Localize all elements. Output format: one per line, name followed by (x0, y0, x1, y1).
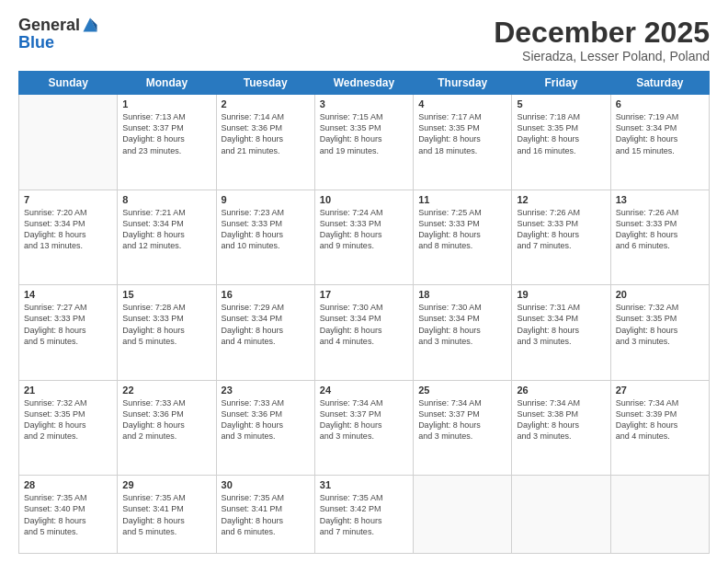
day-number: 31 (320, 479, 408, 490)
cell-content: Sunrise: 7:34 AM Sunset: 3:38 PM Dayligh… (517, 397, 605, 442)
cell-content: Sunrise: 7:29 AM Sunset: 3:34 PM Dayligh… (222, 302, 310, 347)
calendar-day-header: Friday (512, 72, 610, 95)
cell-content: Sunrise: 7:33 AM Sunset: 3:36 PM Dayligh… (122, 397, 210, 442)
day-number: 6 (616, 98, 704, 109)
cell-content: Sunrise: 7:27 AM Sunset: 3:33 PM Dayligh… (24, 302, 112, 347)
calendar-cell: 19Sunrise: 7:31 AM Sunset: 3:34 PM Dayli… (512, 285, 610, 381)
calendar-day-header: Sunday (19, 72, 118, 95)
day-number: 7 (24, 194, 112, 205)
cell-content: Sunrise: 7:21 AM Sunset: 3:34 PM Dayligh… (122, 207, 210, 252)
calendar-cell: 11Sunrise: 7:25 AM Sunset: 3:33 PM Dayli… (414, 190, 512, 285)
calendar-cell: 27Sunrise: 7:34 AM Sunset: 3:39 PM Dayli… (610, 380, 709, 476)
day-number: 27 (616, 385, 704, 396)
cell-content: Sunrise: 7:34 AM Sunset: 3:39 PM Dayligh… (616, 397, 704, 442)
calendar-week-row: 7Sunrise: 7:20 AM Sunset: 3:34 PM Daylig… (19, 190, 710, 285)
day-number: 26 (517, 385, 605, 396)
calendar-cell: 4Sunrise: 7:17 AM Sunset: 3:35 PM Daylig… (414, 95, 512, 190)
title-block: December 2025 Sieradza, Lesser Poland, P… (494, 17, 710, 63)
cell-content: Sunrise: 7:13 AM Sunset: 3:37 PM Dayligh… (122, 111, 210, 156)
calendar-cell: 29Sunrise: 7:35 AM Sunset: 3:41 PM Dayli… (118, 476, 216, 554)
logo: General Blue (18, 17, 98, 52)
cell-content: Sunrise: 7:33 AM Sunset: 3:36 PM Dayligh… (222, 397, 310, 442)
cell-content: Sunrise: 7:35 AM Sunset: 3:40 PM Dayligh… (24, 492, 112, 537)
calendar-table: SundayMondayTuesdayWednesdayThursdayFrid… (18, 71, 710, 554)
calendar-cell: 1Sunrise: 7:13 AM Sunset: 3:37 PM Daylig… (118, 95, 216, 190)
calendar-cell: 14Sunrise: 7:27 AM Sunset: 3:33 PM Dayli… (19, 285, 118, 381)
logo-blue-text: Blue (18, 33, 54, 52)
header: General Blue December 2025 Sieradza, Les… (18, 17, 710, 63)
calendar-cell: 24Sunrise: 7:34 AM Sunset: 3:37 PM Dayli… (314, 380, 413, 476)
day-number: 5 (517, 98, 605, 109)
cell-content: Sunrise: 7:23 AM Sunset: 3:33 PM Dayligh… (222, 207, 310, 252)
calendar-cell: 13Sunrise: 7:26 AM Sunset: 3:33 PM Dayli… (610, 190, 709, 285)
day-number: 25 (418, 385, 506, 396)
cell-content: Sunrise: 7:31 AM Sunset: 3:34 PM Dayligh… (517, 302, 605, 347)
cell-content: Sunrise: 7:19 AM Sunset: 3:34 PM Dayligh… (616, 111, 704, 156)
calendar-week-row: 28Sunrise: 7:35 AM Sunset: 3:40 PM Dayli… (19, 476, 710, 554)
calendar-cell: 17Sunrise: 7:30 AM Sunset: 3:34 PM Dayli… (314, 285, 413, 381)
day-number: 22 (122, 385, 210, 396)
logo-icon (82, 17, 98, 33)
calendar-week-row: 21Sunrise: 7:32 AM Sunset: 3:35 PM Dayli… (19, 380, 710, 476)
calendar-cell: 26Sunrise: 7:34 AM Sunset: 3:38 PM Dayli… (512, 380, 610, 476)
calendar-cell: 12Sunrise: 7:26 AM Sunset: 3:33 PM Dayli… (512, 190, 610, 285)
day-number: 19 (517, 289, 605, 300)
calendar-week-row: 14Sunrise: 7:27 AM Sunset: 3:33 PM Dayli… (19, 285, 710, 381)
day-number: 9 (222, 194, 310, 205)
day-number: 21 (24, 385, 112, 396)
cell-content: Sunrise: 7:35 AM Sunset: 3:42 PM Dayligh… (320, 492, 408, 537)
cell-content: Sunrise: 7:18 AM Sunset: 3:35 PM Dayligh… (517, 111, 605, 156)
calendar-week-row: 1Sunrise: 7:13 AM Sunset: 3:37 PM Daylig… (19, 95, 710, 190)
day-number: 17 (320, 289, 408, 300)
calendar-cell (512, 476, 610, 554)
calendar-cell: 28Sunrise: 7:35 AM Sunset: 3:40 PM Dayli… (19, 476, 118, 554)
calendar-day-header: Tuesday (216, 72, 314, 95)
day-number: 20 (616, 289, 704, 300)
calendar-cell: 18Sunrise: 7:30 AM Sunset: 3:34 PM Dayli… (414, 285, 512, 381)
cell-content: Sunrise: 7:25 AM Sunset: 3:33 PM Dayligh… (418, 207, 506, 252)
cell-content: Sunrise: 7:26 AM Sunset: 3:33 PM Dayligh… (517, 207, 605, 252)
calendar-cell: 9Sunrise: 7:23 AM Sunset: 3:33 PM Daylig… (216, 190, 314, 285)
cell-content: Sunrise: 7:35 AM Sunset: 3:41 PM Dayligh… (222, 492, 310, 537)
cell-content: Sunrise: 7:17 AM Sunset: 3:35 PM Dayligh… (418, 111, 506, 156)
cell-content: Sunrise: 7:26 AM Sunset: 3:33 PM Dayligh… (616, 207, 704, 252)
logo-general-text: General (18, 17, 80, 33)
calendar-cell: 22Sunrise: 7:33 AM Sunset: 3:36 PM Dayli… (118, 380, 216, 476)
calendar-cell: 5Sunrise: 7:18 AM Sunset: 3:35 PM Daylig… (512, 95, 610, 190)
cell-content: Sunrise: 7:35 AM Sunset: 3:41 PM Dayligh… (122, 492, 210, 537)
day-number: 3 (320, 98, 408, 109)
cell-content: Sunrise: 7:30 AM Sunset: 3:34 PM Dayligh… (418, 302, 506, 347)
cell-content: Sunrise: 7:24 AM Sunset: 3:33 PM Dayligh… (320, 207, 408, 252)
day-number: 18 (418, 289, 506, 300)
calendar-day-header: Saturday (610, 72, 709, 95)
month-title: December 2025 (494, 17, 710, 49)
day-number: 30 (222, 479, 310, 490)
cell-content: Sunrise: 7:20 AM Sunset: 3:34 PM Dayligh… (24, 207, 112, 252)
calendar-cell: 8Sunrise: 7:21 AM Sunset: 3:34 PM Daylig… (118, 190, 216, 285)
calendar-cell: 10Sunrise: 7:24 AM Sunset: 3:33 PM Dayli… (314, 190, 413, 285)
day-number: 24 (320, 385, 408, 396)
day-number: 2 (222, 98, 310, 109)
page: General Blue December 2025 Sieradza, Les… (0, 0, 728, 563)
calendar-day-header: Thursday (414, 72, 512, 95)
cell-content: Sunrise: 7:15 AM Sunset: 3:35 PM Dayligh… (320, 111, 408, 156)
day-number: 28 (24, 479, 112, 490)
cell-content: Sunrise: 7:28 AM Sunset: 3:33 PM Dayligh… (122, 302, 210, 347)
day-number: 16 (222, 289, 310, 300)
day-number: 23 (222, 385, 310, 396)
day-number: 15 (122, 289, 210, 300)
calendar-cell (19, 95, 118, 190)
calendar-cell: 30Sunrise: 7:35 AM Sunset: 3:41 PM Dayli… (216, 476, 314, 554)
cell-content: Sunrise: 7:30 AM Sunset: 3:34 PM Dayligh… (320, 302, 408, 347)
day-number: 8 (122, 194, 210, 205)
calendar-cell (610, 476, 709, 554)
cell-content: Sunrise: 7:34 AM Sunset: 3:37 PM Dayligh… (320, 397, 408, 442)
day-number: 14 (24, 289, 112, 300)
cell-content: Sunrise: 7:32 AM Sunset: 3:35 PM Dayligh… (616, 302, 704, 347)
calendar-cell (414, 476, 512, 554)
day-number: 10 (320, 194, 408, 205)
calendar-cell: 16Sunrise: 7:29 AM Sunset: 3:34 PM Dayli… (216, 285, 314, 381)
calendar-cell: 25Sunrise: 7:34 AM Sunset: 3:37 PM Dayli… (414, 380, 512, 476)
day-number: 1 (122, 98, 210, 109)
cell-content: Sunrise: 7:32 AM Sunset: 3:35 PM Dayligh… (24, 397, 112, 442)
